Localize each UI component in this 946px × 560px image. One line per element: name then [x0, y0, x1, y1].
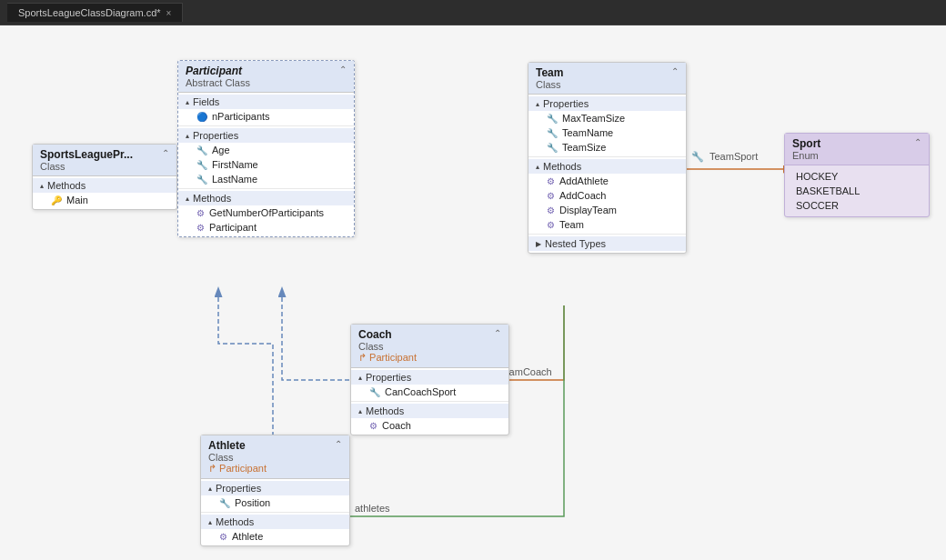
svg-text:🔧: 🔧 — [691, 150, 704, 163]
participant-type: Abstract Class — [186, 77, 250, 88]
triangle-icon: ▴ — [358, 374, 362, 382]
triangle-right-icon: ▶ — [536, 240, 541, 248]
team-properties-label: Properties — [543, 98, 589, 109]
coach-properties-label: Properties — [366, 372, 411, 383]
wrench-icon: 🔧 — [547, 143, 558, 153]
close-icon[interactable]: × — [166, 8, 172, 18]
participant-age-label: Age — [212, 145, 230, 155]
participant-fields-header: ▴ Fields — [178, 95, 354, 109]
participant-fields-label: Fields — [193, 96, 219, 107]
triangle-icon: ▴ — [186, 98, 189, 106]
coach-cancoachsport-label: CanCoachSport — [385, 386, 456, 397]
participant-getnumber-label: GetNumberOfParticipants — [209, 207, 324, 218]
wrench-icon: 🔧 — [219, 498, 230, 508]
sportsleague-methods-header: ▴ Methods — [33, 178, 176, 193]
tab-filename: SportsLeagueClassDiagram.cd* — [18, 7, 161, 18]
blue-dot-icon: 🔵 — [196, 112, 207, 122]
team-methods-section: ▴ Methods ⚙ AddAthlete ⚙ AddCoach ⚙ Disp… — [528, 157, 686, 235]
gear-icon: ⚙ — [547, 176, 555, 186]
team-displayteam-label: DisplayTeam — [559, 205, 617, 215]
team-nestedtypes-section: ▶ Nested Types — [528, 235, 686, 253]
participant-getnumber-item: ⚙ GetNumberOfParticipants — [178, 205, 354, 220]
sport-soccer: SOCCER — [785, 198, 929, 213]
gear-icon: ⚙ — [547, 220, 555, 230]
coach-expand-icon[interactable]: ⌃ — [494, 328, 501, 338]
participant-expand-icon[interactable]: ⌃ — [339, 65, 347, 75]
coach-methods-header: ▴ Methods — [351, 404, 508, 418]
participant-methods-section: ▴ Methods ⚙ GetNumberOfParticipants ⚙ Pa… — [178, 189, 354, 236]
wrench-icon: 🔧 — [196, 145, 207, 155]
sport-title: Sport — [792, 137, 820, 150]
coach-inherit: ↱ Participant — [358, 352, 417, 364]
sportsleague-methods-label: Methods — [47, 180, 86, 191]
gear-icon: ⚙ — [547, 191, 555, 201]
class-box-sport: Sport Enum ⌃ HOCKEY BASKETBALL SOCCER — [784, 133, 930, 217]
diagram-canvas: TeamSport 🔧 TeamCoach 🔧 athletes SportsL… — [0, 25, 946, 560]
athlete-methods-label: Methods — [216, 516, 254, 527]
team-addcoach-label: AddCoach — [559, 190, 606, 201]
coach-properties-header: ▴ Properties — [351, 370, 508, 385]
class-box-team: Team Class ⌃ ▴ Properties 🔧 MaxTeamSize … — [528, 62, 687, 254]
participant-properties-section: ▴ Properties 🔧 Age 🔧 FirstName 🔧 LastNam… — [178, 126, 354, 189]
participant-properties-header: ▴ Properties — [178, 128, 354, 143]
coach-cancoachsport-item: 🔧 CanCoachSport — [351, 385, 508, 399]
athlete-inherit: ↱ Participant — [208, 463, 267, 475]
sport-expand-icon[interactable]: ⌃ — [914, 137, 921, 147]
athlete-position-item: 🔧 Position — [201, 495, 349, 510]
triangle-icon: ▴ — [536, 163, 539, 171]
wrench-icon: 🔧 — [547, 114, 558, 124]
team-nestedtypes-header: ▶ Nested Types — [528, 236, 686, 251]
connectors-svg: TeamSport 🔧 TeamCoach 🔧 athletes — [0, 25, 946, 560]
participant-fields-section: ▴ Fields 🔵 nParticipants — [178, 93, 354, 126]
gear-icon: ⚙ — [196, 223, 205, 233]
class-box-sportsleague: SportsLeaguePr... Class ⌃ ▴ Methods 🔑 Ma… — [32, 144, 177, 210]
team-methods-label: Methods — [543, 161, 581, 172]
triangle-icon: ▴ — [208, 485, 212, 493]
triangle-icon: ▴ — [186, 195, 189, 203]
sportsleague-methods-section: ▴ Methods 🔑 Main — [33, 176, 176, 209]
gear-icon: ⚙ — [219, 532, 227, 542]
triangle-icon: ▴ — [208, 518, 212, 526]
team-properties-header: ▴ Properties — [528, 96, 686, 111]
team-title: Team — [536, 66, 563, 79]
sportsleague-header: SportsLeaguePr... Class ⌃ — [33, 145, 176, 176]
team-nestedtypes-label: Nested Types — [545, 238, 606, 249]
participant-header: Participant Abstract Class ⌃ — [178, 61, 354, 93]
team-header: Team Class ⌃ — [528, 63, 686, 95]
sport-hockey: HOCKEY — [785, 169, 929, 184]
participant-constructor-item: ⚙ Participant — [178, 220, 354, 235]
team-teamname-item: 🔧 TeamName — [528, 125, 686, 140]
class-box-participant: Participant Abstract Class ⌃ ▴ Fields 🔵 … — [177, 60, 355, 237]
athlete-expand-icon[interactable]: ⌃ — [335, 439, 342, 449]
key-icon: 🔑 — [51, 195, 62, 205]
participant-nparticipants-label: nParticipants — [212, 111, 270, 122]
sport-items: HOCKEY BASKETBALL SOCCER — [785, 165, 929, 216]
team-expand-icon[interactable]: ⌃ — [671, 66, 679, 76]
coach-title: Coach — [358, 328, 417, 341]
participant-methods-label: Methods — [193, 193, 231, 204]
team-teamsize-label: TeamSize — [562, 142, 606, 153]
title-bar: SportsLeagueClassDiagram.cd* × — [0, 0, 946, 25]
athlete-position-label: Position — [235, 497, 270, 508]
sportsleague-title: SportsLeaguePr... — [40, 148, 133, 161]
team-maxteamsize-label: MaxTeamSize — [562, 113, 625, 124]
tab[interactable]: SportsLeagueClassDiagram.cd* × — [7, 3, 183, 22]
participant-title: Participant — [186, 65, 250, 77]
athlete-properties-section: ▴ Properties 🔧 Position — [201, 479, 349, 513]
team-addathlete-label: AddAthlete — [559, 175, 609, 186]
athlete-constructor-label: Athlete — [232, 531, 263, 542]
sportsleague-type: Class — [40, 161, 133, 172]
svg-text:athletes: athletes — [355, 503, 390, 514]
gear-icon: ⚙ — [196, 208, 205, 218]
participant-properties-label: Properties — [193, 130, 238, 141]
athlete-title: Athlete — [208, 439, 267, 452]
sport-type: Enum — [792, 150, 820, 161]
coach-header: Coach Class ↱ Participant ⌃ — [351, 325, 508, 368]
athlete-properties-header: ▴ Properties — [201, 481, 349, 495]
participant-age-item: 🔧 Age — [178, 143, 354, 157]
triangle-icon: ▴ — [40, 182, 44, 190]
wrench-icon: 🔧 — [196, 175, 207, 185]
participant-lastname-item: 🔧 LastName — [178, 172, 354, 186]
sport-basketball: BASKETBALL — [785, 184, 929, 198]
sportsleague-expand-icon[interactable]: ⌃ — [162, 148, 169, 158]
